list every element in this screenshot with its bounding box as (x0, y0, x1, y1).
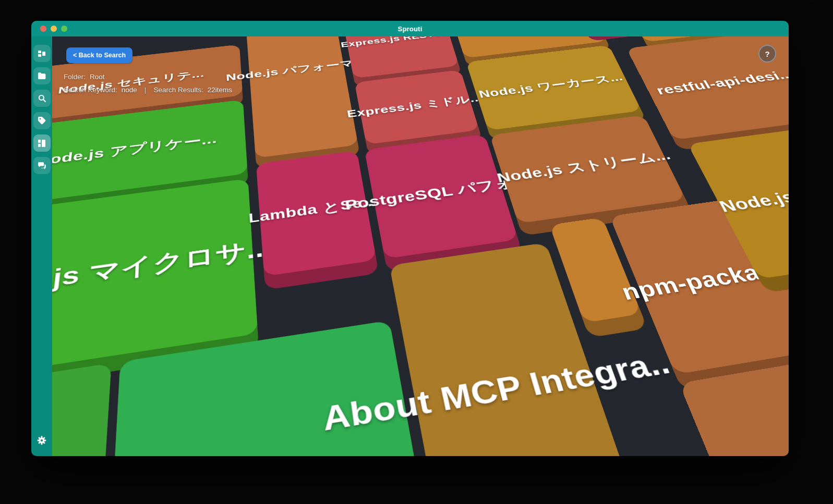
settings-gear-icon[interactable] (33, 432, 51, 449)
titlebar: Sprouti (31, 21, 789, 36)
treemap-tile[interactable]: Express.js ミドル... (355, 70, 479, 145)
tile-label: Node.js ストリーム... (494, 146, 674, 187)
treemap-plane: Node.js セキュリテ...Node.js アプリケー...Node.js … (52, 36, 789, 456)
dashboard-icon[interactable] (33, 45, 51, 62)
treemap-view: Node.js セキュリテ...Node.js アプリケー...Node.js … (52, 36, 789, 456)
window-title: Sprouti (398, 25, 422, 33)
treemap-tile[interactable]: Node.js ワーカース... (466, 45, 642, 130)
treemap-tile[interactable]: Node.js ストリーム... (490, 115, 686, 224)
help-button[interactable]: ? (758, 45, 776, 63)
traffic-lights (40, 26, 67, 32)
tile-label: Express.js ミドル... (346, 91, 484, 121)
tile-label: Node.js セキュリテ... (57, 67, 204, 96)
treemap-tile[interactable] (52, 363, 112, 456)
app-window: Sprouti (31, 21, 789, 456)
tag-icon[interactable] (33, 112, 51, 129)
minimize-button[interactable] (51, 26, 57, 32)
folder-icon[interactable] (33, 67, 51, 84)
tile-label: Node.js マイクロサ... (52, 232, 273, 308)
chat-icon[interactable] (33, 157, 51, 174)
tile-label: restful-api-desi....md (654, 64, 789, 97)
close-button[interactable] (40, 26, 46, 32)
tile-label: Express.js REST A... (340, 36, 456, 50)
tile-label: Node.js アプリケー... (52, 131, 217, 170)
tile-label: Node.js パフォーマ... (226, 55, 368, 84)
tile-label: Node.js テスト自動... (715, 169, 789, 218)
zoom-button[interactable] (61, 26, 67, 32)
treemap-icon[interactable] (33, 134, 51, 152)
treemap-3d-scene: Node.js セキュリテ...Node.js アプリケー...Node.js … (52, 36, 789, 456)
treemap-tile[interactable]: Lambda とSe... (256, 151, 377, 276)
search-icon[interactable] (33, 90, 51, 107)
treemap-tile[interactable]: Node.js パフォーマ... (245, 36, 358, 158)
back-to-search-button[interactable]: < Back to Search (66, 47, 132, 63)
sidebar (31, 36, 52, 456)
tile-label: Node.js ワーカース... (477, 71, 625, 101)
